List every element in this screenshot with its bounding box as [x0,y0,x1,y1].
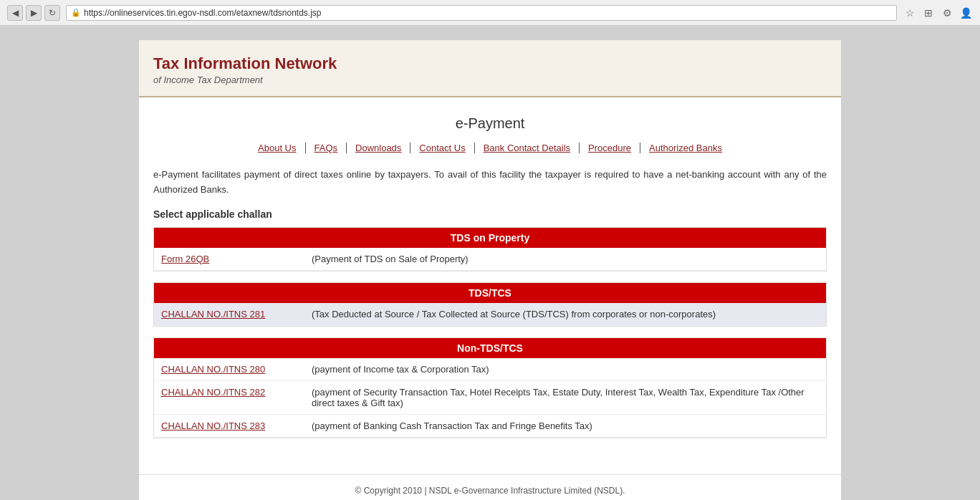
tds-tcs-header: TDS/TCS [154,283,826,303]
url-text: https://onlineservices.tin.egov-nsdl.com… [84,8,322,18]
challan-282-link[interactable]: CHALLAN NO./ITNS 282 [161,387,304,398]
browser-bar: ◀ ▶ ↻ 🔒 https://onlineservices.tin.egov-… [0,0,980,26]
tds-tcs-section: TDS/TCS CHALLAN NO./ITNS 281 (Tax Deduct… [153,282,827,327]
challan-280-desc: (payment of Income tax & Corporation Tax… [304,364,489,375]
nav-procedure[interactable]: Procedure [580,143,640,153]
main-container: Tax Information Network of Income Tax De… [139,40,841,500]
lock-icon: 🔒 [71,8,81,17]
site-title: Tax Information Network [153,54,827,73]
nav-bank-contact-details[interactable]: Bank Contact Details [475,143,580,153]
table-row: CHALLAN NO./ITNS 280 (payment of Income … [154,358,826,381]
challan-283-desc: (payment of Banking Cash Transaction Tax… [304,420,592,431]
footer: © Copyright 2010 | NSDL e-Governance Inf… [139,474,841,500]
browser-toolbar-icons: ☆ ⊞ ⚙ 👤 [903,6,973,20]
nav-downloads[interactable]: Downloads [347,143,410,153]
profile-icon[interactable]: 👤 [959,6,973,20]
nav-faqs[interactable]: FAQs [306,143,347,153]
tds-on-property-header: TDS on Property [154,228,826,248]
tds-on-property-section: TDS on Property Form 26QB (Payment of TD… [153,227,827,271]
table-row: CHALLAN NO./ITNS 283 (payment of Banking… [154,415,826,438]
refresh-button[interactable]: ↻ [44,5,60,21]
table-row: Form 26QB (Payment of TDS on Sale of Pro… [154,248,826,271]
non-tds-tcs-section: Non-TDS/TCS CHALLAN NO./ITNS 280 (paymen… [153,337,827,438]
content-area: e-Payment About Us FAQs Downloads Contac… [139,97,841,460]
star-icon[interactable]: ☆ [903,6,917,20]
nav-about-us[interactable]: About Us [249,143,305,153]
extensions-icon[interactable]: ⊞ [921,6,936,20]
form-26qb-link[interactable]: Form 26QB [161,254,304,264]
nav-contact-us[interactable]: Contact Us [410,143,474,153]
nav-bar: About Us FAQs Downloads Contact Us Bank … [153,143,827,153]
site-subtitle: of Income Tax Department [153,74,827,85]
nav-authorized-banks[interactable]: Authorized Banks [640,143,731,153]
address-bar[interactable]: 🔒 https://onlineservices.tin.egov-nsdl.c… [66,5,897,21]
page-wrapper: Tax Information Network of Income Tax De… [0,26,980,500]
challan-281-desc: (Tax Deducted at Source / Tax Collected … [304,309,716,319]
challan-283-link[interactable]: CHALLAN NO./ITNS 283 [161,420,304,431]
challan-281-link[interactable]: CHALLAN NO./ITNS 281 [161,309,304,319]
back-button[interactable]: ◀ [7,5,23,21]
challan-282-desc: (payment of Security Transaction Tax, Ho… [304,387,819,408]
form-26qb-desc: (Payment of TDS on Sale of Property) [304,254,469,264]
non-tds-tcs-header: Non-TDS/TCS [154,338,826,358]
select-challan-label: Select applicable challan [153,208,827,220]
browser-nav-buttons[interactable]: ◀ ▶ ↻ [7,5,60,21]
table-row: CHALLAN NO./ITNS 281 (Tax Deducted at So… [154,303,826,326]
description-text: e-Payment facilitates payment of direct … [153,168,827,198]
page-title: e-Payment [153,115,827,132]
challan-280-link[interactable]: CHALLAN NO./ITNS 280 [161,364,304,375]
table-row: CHALLAN NO./ITNS 282 (payment of Securit… [154,381,826,415]
header-section: Tax Information Network of Income Tax De… [139,40,841,97]
forward-button[interactable]: ▶ [26,5,42,21]
settings-icon[interactable]: ⚙ [940,6,954,20]
